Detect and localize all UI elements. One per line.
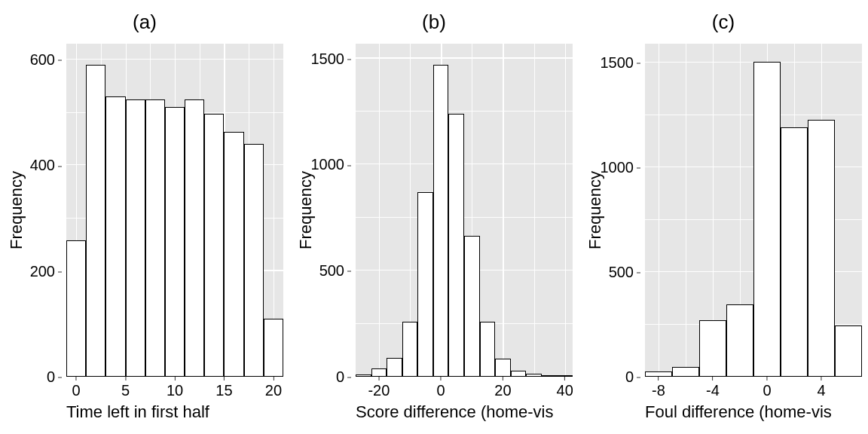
x-tick: 40 — [557, 377, 573, 399]
x-tick-label: 20 — [494, 382, 511, 399]
y-tick: 500 — [319, 262, 351, 280]
y-tick: 500 — [609, 264, 640, 281]
y-tick-label: 1500 — [601, 54, 634, 71]
x-tick: 4 — [817, 377, 825, 399]
y-tick-label: 1000 — [311, 156, 345, 173]
x-tick-label: 5 — [121, 382, 130, 399]
x-axis-label: Time left in first half — [66, 402, 209, 422]
histogram-bar — [105, 96, 125, 377]
y-tick: 600 — [30, 51, 62, 69]
x-tick-label: -20 — [368, 382, 390, 399]
x-tick-label: 0 — [763, 382, 771, 399]
panel-label: (b) — [295, 11, 573, 36]
y-tick: 1000 — [311, 156, 352, 173]
histogram-bar — [480, 322, 496, 377]
x-axis-label: Foul difference (home-vis — [645, 402, 832, 422]
y-tick: 200 — [30, 262, 62, 280]
y-axis-label: Frequency — [7, 171, 26, 249]
x-tick: 20 — [265, 377, 282, 399]
bars — [356, 44, 573, 377]
y-tick-label: 0 — [336, 368, 344, 385]
x-tick-label: 20 — [265, 382, 282, 399]
chart-panel: (b)Frequency050010001500-2002040Score di… — [289, 0, 579, 434]
plot-area — [66, 44, 283, 377]
histogram-bar — [726, 304, 753, 377]
plot-row: Frequency0200400600 — [6, 44, 283, 377]
y-tick: 1000 — [601, 159, 641, 176]
histogram-bar — [387, 358, 402, 377]
histogram-bar — [264, 319, 283, 377]
x-tick: 10 — [167, 377, 183, 399]
x-axis: -8-404Foul difference (home-vis — [645, 377, 862, 426]
histogram-bar — [645, 371, 672, 377]
y-tick: 0 — [625, 368, 640, 386]
histogram-bar — [464, 236, 480, 377]
x-tick-label: -4 — [706, 382, 720, 399]
histogram-bar — [699, 320, 726, 377]
y-tick-column: 050010001500 — [606, 44, 645, 377]
y-tick: 400 — [30, 157, 62, 174]
x-tick-label: 0 — [437, 382, 445, 399]
plot-area — [645, 44, 862, 377]
histogram-bar — [433, 65, 449, 377]
panel-label: (a) — [6, 11, 283, 36]
x-axis: 05101520Time left in first half — [66, 377, 283, 426]
y-tick-label: 600 — [30, 51, 55, 68]
x-tick: 0 — [437, 377, 445, 399]
plot-row: Frequency050010001500 — [295, 44, 573, 377]
x-tick: -8 — [652, 377, 665, 399]
y-tick-label: 0 — [625, 368, 634, 385]
histogram-bar — [86, 65, 105, 377]
x-tick-label: 4 — [817, 382, 825, 399]
histogram-bar — [448, 114, 464, 377]
x-tick: 20 — [494, 377, 511, 399]
x-tick: -4 — [706, 377, 720, 399]
histogram-bar — [126, 99, 145, 377]
bars — [645, 44, 862, 377]
histogram-bar — [145, 99, 165, 377]
bars — [66, 44, 283, 377]
y-axis-label: Frequency — [585, 171, 605, 249]
histogram-bar — [672, 367, 699, 377]
x-tick: 0 — [763, 377, 771, 399]
histogram-bar — [371, 368, 387, 377]
plot-row: Frequency050010001500 — [585, 44, 862, 377]
histogram-bar — [417, 192, 433, 377]
y-tick-label: 500 — [319, 262, 344, 279]
chart-panel: (a)Frequency020040060005101520Time left … — [0, 0, 289, 434]
histogram-figure: (a)Frequency020040060005101520Time left … — [0, 0, 868, 434]
histogram-bar — [753, 62, 781, 377]
histogram-bar — [495, 359, 511, 377]
y-tick: 1500 — [601, 54, 641, 72]
histogram-bar — [244, 144, 264, 377]
y-axis-label: Frequency — [296, 171, 316, 249]
histogram-bar — [808, 120, 835, 377]
plot-area — [356, 44, 573, 377]
chart-panel: (c)Frequency050010001500-8-404Foul diffe… — [579, 0, 868, 434]
x-tick-label: -8 — [652, 382, 665, 399]
y-tick: 0 — [47, 368, 62, 386]
histogram-bar — [835, 326, 862, 377]
y-tick: 1500 — [311, 50, 352, 67]
y-tick-label: 400 — [30, 157, 55, 173]
histogram-bar — [66, 240, 86, 377]
x-tick: 15 — [215, 377, 232, 399]
x-tick: -20 — [368, 377, 390, 399]
y-tick-label: 500 — [609, 264, 634, 280]
y-tick-column: 0200400600 — [27, 44, 66, 377]
y-tick-label: 0 — [47, 368, 55, 385]
x-tick-label: 40 — [557, 382, 573, 399]
x-axis-label: Score difference (home-vis — [356, 402, 554, 422]
x-tick-label: 10 — [167, 382, 183, 399]
histogram-bar — [781, 127, 808, 377]
histogram-bar — [165, 107, 185, 377]
x-tick-label: 15 — [215, 382, 232, 399]
y-tick-label: 1500 — [311, 50, 345, 66]
x-tick-label: 0 — [72, 382, 81, 399]
y-tick-label: 1000 — [601, 159, 634, 176]
histogram-bar — [402, 322, 418, 377]
x-tick: 0 — [72, 377, 81, 399]
y-tick-column: 050010001500 — [316, 44, 356, 377]
panel-label: (c) — [585, 11, 862, 36]
histogram-bar — [511, 371, 527, 377]
